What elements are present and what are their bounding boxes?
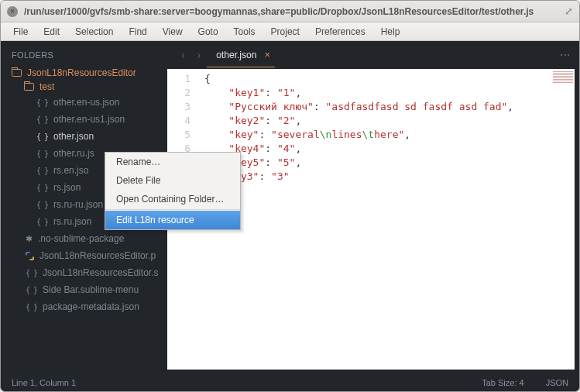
code-content[interactable]: { "key1": "1", "Русский ключ": "asdfasdf… — [198, 69, 575, 370]
file-label: rs.ru-ru.json — [53, 199, 103, 210]
context-separator — [105, 209, 240, 210]
file-other-en-us1-json[interactable]: { }other.en-us1.json — [1, 111, 167, 128]
json-icon: { } — [36, 150, 48, 158]
context-delete[interactable]: Delete File — [105, 171, 240, 190]
file-label: JsonL18nResourcesEditor.p — [39, 250, 156, 261]
file-label: package-metadata.json — [43, 301, 139, 312]
file-Side-Bar-sublime-menu[interactable]: { }Side Bar.sublime-menu — [1, 281, 167, 298]
status-bar: Line 1, Column 1 Tab Size: 4 JSON — [1, 374, 579, 391]
menu-selection[interactable]: Selection — [67, 24, 121, 40]
window-title: /run/user/1000/gvfs/smb-share:server=boo… — [24, 6, 560, 17]
context-menu: Rename… Delete File Open Containing Fold… — [105, 152, 241, 230]
file-label: other.ru.js — [53, 148, 94, 159]
tab-close-icon[interactable]: × — [264, 49, 270, 60]
file-JsonL18nResourcesEditor-p[interactable]: JsonL18nResourcesEditor.p — [1, 247, 167, 264]
folder-icon — [12, 69, 22, 77]
nav-forward-icon[interactable]: › — [191, 49, 208, 61]
json-icon: { } — [36, 167, 48, 175]
minimap[interactable] — [553, 70, 573, 109]
folder-label: test — [39, 81, 54, 92]
json-icon: { } — [36, 218, 48, 226]
menu-file[interactable]: File — [5, 24, 36, 40]
menu-tools[interactable]: Tools — [226, 24, 263, 40]
json-icon: { } — [36, 201, 48, 209]
tab-other-json[interactable]: other.json × — [207, 43, 275, 67]
file-label: JsonL18nResourcesEditor.s — [43, 267, 158, 278]
menu-help[interactable]: Help — [373, 24, 408, 40]
python-icon — [26, 252, 34, 260]
folder-test[interactable]: test — [1, 80, 167, 94]
maximize-icon[interactable]: ⤢ — [560, 5, 573, 17]
file-label: .no-sublime-package — [38, 233, 124, 244]
context-edit-l18n[interactable]: Edit L18n resource — [105, 211, 240, 229]
context-rename[interactable]: Rename… — [105, 153, 240, 171]
window-titlebar: × /run/user/1000/gvfs/smb-share:server=b… — [1, 1, 579, 22]
json-icon: { } — [26, 269, 37, 277]
menu-preferences[interactable]: Preferences — [307, 24, 373, 40]
status-syntax[interactable]: JSON — [546, 378, 568, 387]
folder-label: JsonL18nResourcesEditor — [27, 67, 136, 78]
folder-icon — [24, 83, 34, 91]
json-icon: { } — [36, 98, 48, 107]
menu-find[interactable]: Find — [121, 24, 154, 40]
star-icon: ✱ — [26, 234, 33, 244]
tab-label: other.json — [216, 50, 256, 60]
more-icon[interactable]: ⋮ — [559, 50, 571, 61]
file-JsonL18nResourcesEditor-s[interactable]: { }JsonL18nResourcesEditor.s — [1, 264, 167, 281]
file-label: other.en-us.json — [53, 97, 119, 108]
file-label: other.en-us1.json — [53, 114, 125, 125]
menu-edit[interactable]: Edit — [36, 24, 67, 40]
context-open-folder[interactable]: Open Containing Folder… — [105, 190, 240, 208]
json-icon: { } — [26, 286, 37, 294]
file-label: rs.en.jso — [53, 165, 88, 176]
close-icon[interactable]: × — [7, 6, 18, 17]
file-other-en-us-json[interactable]: { }other.en-us.json — [1, 94, 167, 111]
menu-view[interactable]: View — [155, 24, 190, 40]
file-label: rs.json — [53, 182, 81, 193]
json-icon: { } — [36, 132, 48, 141]
menu-project[interactable]: Project — [263, 24, 307, 40]
file-label: Side Bar.sublime-menu — [43, 284, 139, 295]
file-other-json[interactable]: { }other.json — [1, 128, 167, 145]
json-icon: { } — [36, 184, 48, 192]
file-package-metadata-json[interactable]: { }package-metadata.json — [1, 298, 167, 315]
file--no-sublime-package[interactable]: ✱.no-sublime-package — [1, 230, 167, 247]
status-position: Line 1, Column 1 — [12, 378, 76, 387]
nav-back-icon[interactable]: ‹ — [175, 49, 191, 61]
sidebar-header: FOLDERS — [1, 49, 167, 66]
folder-root[interactable]: JsonL18nResourcesEditor — [1, 66, 167, 80]
menu-bar: File Edit Selection Find View Goto Tools… — [1, 22, 579, 41]
json-icon: { } — [36, 115, 48, 124]
file-label: other.json — [53, 131, 94, 142]
json-icon: { } — [26, 303, 37, 311]
status-tab-size[interactable]: Tab Size: 4 — [482, 378, 523, 387]
tab-bar: ‹ › other.json × ⋮ — [167, 41, 579, 69]
file-label: rs.ru.json — [53, 216, 91, 227]
menu-goto[interactable]: Goto — [190, 24, 226, 40]
